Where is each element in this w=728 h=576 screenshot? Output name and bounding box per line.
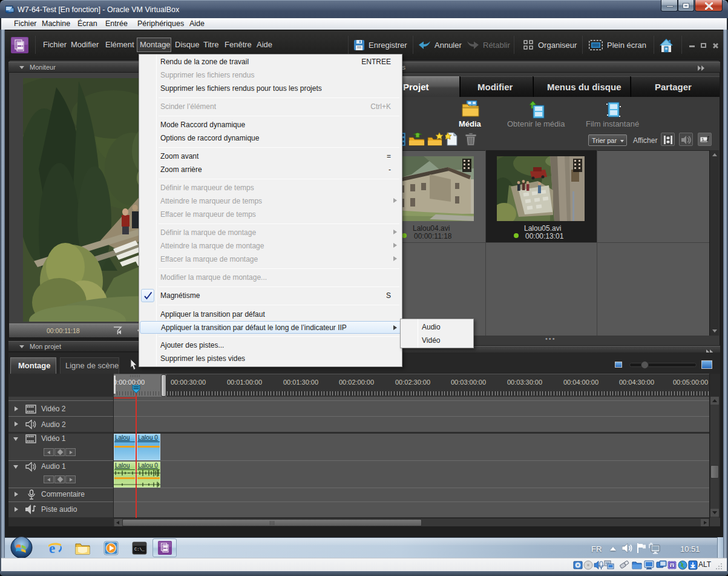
svg-text:C:\_: C:\_: [134, 547, 145, 552]
svg-text:V: V: [671, 563, 674, 568]
svg-text:e: e: [49, 541, 55, 555]
